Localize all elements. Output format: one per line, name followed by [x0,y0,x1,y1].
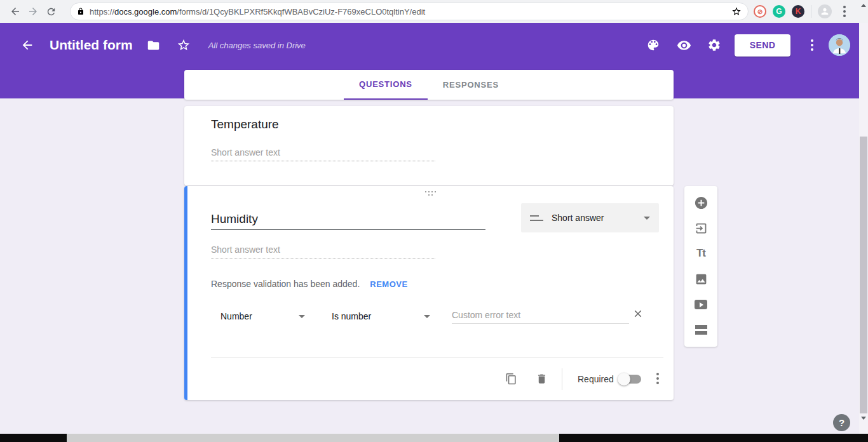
more-options-icon[interactable] [799,30,825,60]
settings-gear-icon[interactable] [699,30,729,60]
short-answer-preview-input[interactable] [211,241,435,258]
card-footer-divider [211,358,663,358]
short-answer-icon [530,215,544,221]
tab-responses[interactable]: RESPONSES [428,70,514,100]
google-forms-edit-screen: https://docs.google.com/forms/d/1QcyBKLP… [0,0,868,442]
short-answer-preview-input[interactable] [211,144,435,161]
form-side-toolbar: Tt [684,186,717,347]
remove-validation-button[interactable]: REMOVE [370,279,407,289]
tab-bar: QUESTIONS RESPONSES [184,70,674,100]
back-to-forms-icon[interactable] [20,38,34,52]
send-button[interactable]: SEND [735,34,790,57]
scroll-up-arrow-icon[interactable] [861,4,866,7]
delete-question-icon[interactable] [536,373,548,385]
validation-type-dropdown[interactable]: Number [220,311,252,321]
add-video-icon[interactable] [693,297,709,312]
active-card-indicator [184,186,187,400]
k-extension-icon[interactable]: K [792,5,804,18]
question-type-label: Short answer [552,213,644,223]
add-title-text-icon[interactable]: Tt [693,246,709,261]
required-toggle[interactable] [618,374,642,384]
add-question-icon[interactable] [693,195,709,210]
star-form-icon[interactable] [177,38,191,52]
tab-questions[interactable]: QUESTIONS [344,70,428,100]
theme-palette-icon[interactable] [638,30,668,60]
browser-menu-icon[interactable] [838,3,851,20]
add-section-icon[interactable] [693,323,709,338]
add-image-icon[interactable] [693,272,709,287]
adblock-extension-icon[interactable]: ⊘ [754,5,766,18]
horizontal-scrollbar-thumb[interactable] [67,434,559,442]
save-status-text: All changes saved in Drive [208,41,306,50]
close-validation-icon[interactable] [632,308,644,319]
drag-handle-icon[interactable] [424,191,437,196]
chevron-down-icon[interactable] [299,315,305,318]
question-type-dropdown[interactable]: Short answer [521,203,659,232]
vertical-scrollbar-thumb[interactable] [860,137,867,413]
grammarly-extension-icon[interactable]: G [773,5,785,18]
footer-divider [562,368,562,390]
required-label: Required [578,374,614,384]
account-avatar[interactable] [829,34,850,56]
import-questions-icon[interactable] [693,220,709,236]
validation-condition-dropdown[interactable]: Is number [332,311,371,321]
question-card-temperature[interactable]: Temperature [184,106,674,185]
preview-eye-icon[interactable] [668,30,699,60]
custom-error-input[interactable] [452,307,629,324]
question-more-options-icon[interactable] [653,373,663,384]
address-bar[interactable]: https://docs.google.com/forms/d/1QcyBKLP… [70,3,749,20]
question-card-humidity[interactable]: Short answer Response validation has bee… [184,186,674,400]
question-title-input[interactable] [211,209,485,230]
scroll-down-arrow-icon[interactable] [861,417,866,420]
toggle-thumb [618,373,630,385]
duplicate-question-icon[interactable] [505,373,517,385]
bookmark-star-icon[interactable] [731,6,742,17]
browser-reload-icon[interactable] [42,3,60,20]
browser-forward-icon[interactable] [24,3,42,20]
question-title[interactable]: Temperature [211,117,279,131]
help-button[interactable]: ? [833,414,850,431]
extensions-area: ⊘ G K [754,0,851,23]
chevron-down-icon[interactable] [424,315,430,318]
browser-toolbar: https://docs.google.com/forms/d/1QcyBKLP… [0,0,868,23]
url-text: https://docs.google.com/forms/d/1QcyBKLP… [90,7,731,17]
move-to-folder-icon[interactable] [147,39,160,52]
browser-profile-icon[interactable] [818,4,832,18]
chevron-down-icon [644,217,650,220]
horizontal-scrollbar[interactable] [0,434,868,442]
lock-icon [77,8,85,15]
browser-back-icon[interactable] [6,3,24,20]
toolbar-divider [811,5,811,18]
validation-note: Response validation has been added. REMO… [211,279,408,289]
validation-message: Response validation has been added. [211,279,360,289]
form-title[interactable]: Untitled form [50,37,133,53]
forms-header-actions: SEND [638,23,859,67]
